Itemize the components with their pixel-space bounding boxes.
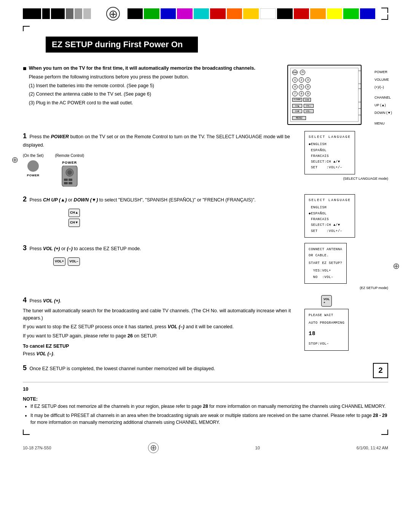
btn-3: 3 (305, 77, 311, 83)
svg-rect-13 (68, 182, 72, 184)
gray-block-1 (66, 8, 73, 19)
step2-right: SELECT LANGUAGE ENGLISH ◆ESPAÑOL FRANCAI… (304, 194, 388, 238)
color-blue-2 (360, 8, 375, 19)
vol-plus-btn-step4[interactable]: VOL+ (321, 295, 332, 307)
color-orange-2 (310, 8, 325, 19)
ez-line4: YES:VOL+ (309, 268, 342, 274)
screen1-line5: SET :VOL+/– (309, 165, 351, 171)
step4-number: 4 (23, 296, 27, 304)
ez-setup-screen: CONNECT ANTENNA OR CABLE. START EZ SETUP… (304, 243, 347, 284)
vol-minus-button[interactable]: VOL– (68, 257, 80, 266)
step-2-section: 2 Press CH UP (▲) or DOWN (▼) to select … (23, 194, 388, 238)
right-crosshair-step3: ⊕ (393, 261, 400, 271)
color-magenta (177, 8, 192, 19)
right-corner-marks (381, 8, 388, 20)
tv-panel-box: PWR IN 1 2 3 4 5 (287, 65, 362, 125)
step2-number: 2 (23, 195, 27, 203)
color-yellow (243, 8, 258, 19)
screen2-line4: SELECT:CH ▲/▼ (309, 222, 351, 228)
step3-right: CONNECT ANTENNA OR CABLE. START EZ SETUP… (304, 243, 388, 290)
screen1-line4: SELECT:CH ▲/▼ (309, 159, 351, 165)
intro-line2: Please perform the following instruction… (29, 73, 255, 81)
color-black (127, 8, 143, 19)
cancel-title: To cancel EZ SETUP (23, 343, 69, 349)
intro-line4: (2) Connect the antenna cable to the TV … (29, 91, 255, 98)
intro-bold-line: When you turn on the TV for the first ti… (29, 66, 255, 71)
note-item-2: It may be difficult to PRESET all channe… (30, 412, 388, 426)
remote-label: (Remote Control) (55, 153, 84, 159)
step5-number: 5 (23, 364, 27, 372)
corner-mark-br (381, 14, 388, 20)
auto-programming-screen: PLEASE WAIT AUTO PROGRAMMING 18 STOP:VOL… (304, 309, 349, 351)
ez-line5: NO :VOL– (309, 274, 342, 280)
screen1-line2: ESPAÑOL (309, 148, 351, 153)
color-black-2 (277, 8, 292, 19)
svg-rect-10 (64, 179, 68, 181)
ez-line2: OR CABLE. (309, 252, 342, 259)
btn-5: 5 (299, 84, 304, 89)
btn-6: 6 (305, 84, 311, 89)
footer-right: 6/1/00, 11:42 AM (357, 446, 388, 450)
auto-ch-number: 18 (309, 329, 344, 339)
black-block-3 (51, 8, 65, 19)
select-language-screen-2: SELECT LANGUAGE ENGLISH ◆ESPAÑOL FRANCAI… (304, 194, 355, 238)
page-number-box: 2 (373, 363, 388, 378)
step4-vol-btn-area: VOL+ (321, 295, 332, 307)
screen1-line3: FRANCAIS (309, 153, 351, 159)
intro-section: ■ When you turn on the TV for the first … (23, 65, 388, 426)
btn-9: 9 (305, 91, 311, 96)
black-block-1 (23, 8, 41, 19)
step-1-section: ⊕ 1 Press the POWER button on the TV set… (23, 131, 388, 189)
menu-btn-panel: MENU (292, 116, 306, 120)
intro-line3: (1) Insert the batteries into the remote… (29, 82, 255, 89)
label-volume: VOLUME (374, 76, 392, 84)
gray-block-2 (75, 8, 82, 19)
ch-down-btn: CH▼ (292, 109, 302, 113)
ch-down-button[interactable]: CH▼ (68, 219, 80, 227)
tv-panel-diagram: PWR IN 1 2 3 4 5 (287, 65, 362, 125)
note-title: NOTE: (23, 396, 388, 403)
left-corner-marks (23, 26, 30, 31)
input-circle-btn: IN (300, 70, 305, 75)
power-btn-label: POWER (27, 173, 40, 178)
label-ch-up: UP (▲) (374, 102, 392, 109)
vol-plus-btn-panel: VOL+ (304, 104, 314, 108)
footer-center: 10 (255, 446, 260, 450)
step4-left: 4 Press VOL (+). The tuner will automati… (23, 295, 298, 358)
color-orange (227, 8, 242, 19)
color-bar-section (0, 0, 411, 24)
intro-text: ■ When you turn on the TV for the first … (23, 65, 280, 125)
btn-2: 2 (299, 77, 304, 83)
screen2-title: SELECT LANGUAGE (309, 198, 351, 203)
color-green-2 (343, 8, 358, 19)
page-title: EZ SETUP during First Power On (46, 37, 198, 53)
step4-right: VOL+ PLEASE WAIT AUTO PROGRAMMING 18 STO… (304, 295, 388, 358)
color-blue (161, 8, 176, 19)
step3-number: 3 (23, 244, 27, 252)
auto-line1: PLEASE WAIT (309, 312, 344, 318)
tv-power-button (27, 160, 39, 172)
svg-point-9 (67, 170, 72, 175)
screen2-line1: ENGLISH (309, 205, 351, 211)
gray-block-3 (83, 8, 91, 19)
remote-control-diagram: (Remote Control) POWER (55, 153, 84, 189)
corner-mark-br (381, 430, 388, 435)
auto-stop: STOP:VOL– (309, 341, 344, 347)
btn-8: 8 (299, 91, 304, 96)
bullet-icon: ■ (23, 65, 27, 108)
black-block-2 (42, 8, 50, 19)
step4-p1: The tuner will automatically search for … (23, 307, 298, 322)
btn-4: 4 (292, 84, 298, 89)
color-white (260, 8, 276, 19)
color-yellow-2 (327, 8, 342, 19)
color-blocks (127, 8, 375, 19)
svg-rect-12 (64, 182, 68, 184)
vol-plus-button[interactable]: VOL+ (53, 257, 65, 266)
btn-100: 100 (303, 98, 311, 102)
screen1-line1: ◆ENGLISH (309, 142, 351, 147)
notes-section: NOTE: If EZ SETUP does not memorize all … (23, 396, 388, 426)
corner-mark-bl (23, 430, 30, 435)
power-circle-btn: PWR (292, 70, 298, 75)
ch-up-button[interactable]: CH▲ (68, 209, 80, 217)
footer-crosshair: ⊕ (148, 443, 159, 453)
